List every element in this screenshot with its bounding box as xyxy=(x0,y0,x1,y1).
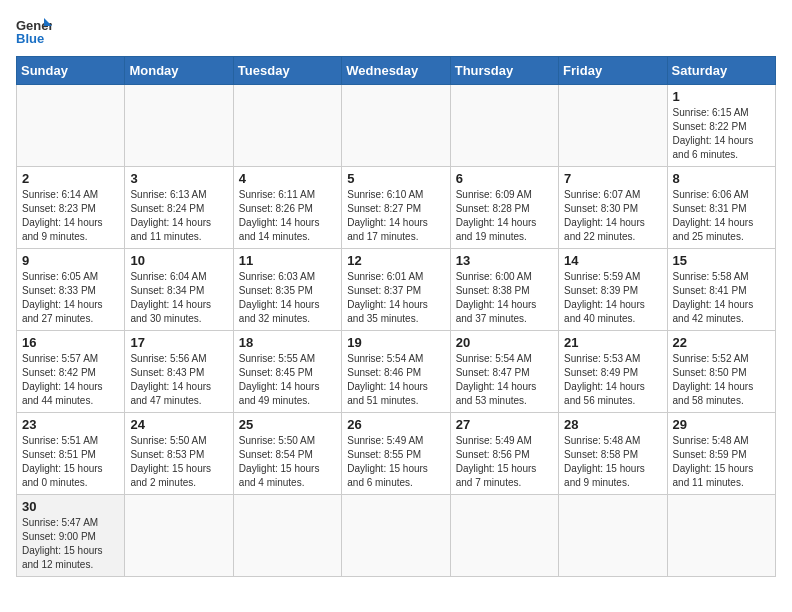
day-info: Sunrise: 5:51 AM Sunset: 8:51 PM Dayligh… xyxy=(22,434,119,490)
day-info: Sunrise: 6:14 AM Sunset: 8:23 PM Dayligh… xyxy=(22,188,119,244)
calendar-week-row: 16Sunrise: 5:57 AM Sunset: 8:42 PM Dayli… xyxy=(17,331,776,413)
calendar-day-cell: 25Sunrise: 5:50 AM Sunset: 8:54 PM Dayli… xyxy=(233,413,341,495)
day-info: Sunrise: 5:50 AM Sunset: 8:54 PM Dayligh… xyxy=(239,434,336,490)
calendar-day-cell: 3Sunrise: 6:13 AM Sunset: 8:24 PM Daylig… xyxy=(125,167,233,249)
calendar-day-cell xyxy=(559,85,667,167)
weekday-header-cell: Saturday xyxy=(667,57,775,85)
day-number: 3 xyxy=(130,171,227,186)
day-info: Sunrise: 5:52 AM Sunset: 8:50 PM Dayligh… xyxy=(673,352,770,408)
day-info: Sunrise: 6:10 AM Sunset: 8:27 PM Dayligh… xyxy=(347,188,444,244)
day-number: 24 xyxy=(130,417,227,432)
day-number: 11 xyxy=(239,253,336,268)
day-info: Sunrise: 5:49 AM Sunset: 8:56 PM Dayligh… xyxy=(456,434,553,490)
day-number: 8 xyxy=(673,171,770,186)
calendar-day-cell: 2Sunrise: 6:14 AM Sunset: 8:23 PM Daylig… xyxy=(17,167,125,249)
day-number: 9 xyxy=(22,253,119,268)
day-number: 13 xyxy=(456,253,553,268)
day-info: Sunrise: 6:05 AM Sunset: 8:33 PM Dayligh… xyxy=(22,270,119,326)
svg-text:Blue: Blue xyxy=(16,31,44,46)
calendar-day-cell: 23Sunrise: 5:51 AM Sunset: 8:51 PM Dayli… xyxy=(17,413,125,495)
day-info: Sunrise: 6:15 AM Sunset: 8:22 PM Dayligh… xyxy=(673,106,770,162)
day-number: 4 xyxy=(239,171,336,186)
day-info: Sunrise: 5:56 AM Sunset: 8:43 PM Dayligh… xyxy=(130,352,227,408)
day-info: Sunrise: 5:50 AM Sunset: 8:53 PM Dayligh… xyxy=(130,434,227,490)
calendar-day-cell: 5Sunrise: 6:10 AM Sunset: 8:27 PM Daylig… xyxy=(342,167,450,249)
calendar-day-cell xyxy=(450,495,558,577)
day-number: 27 xyxy=(456,417,553,432)
calendar-day-cell: 30Sunrise: 5:47 AM Sunset: 9:00 PM Dayli… xyxy=(17,495,125,577)
calendar-day-cell: 9Sunrise: 6:05 AM Sunset: 8:33 PM Daylig… xyxy=(17,249,125,331)
calendar-day-cell xyxy=(125,495,233,577)
day-number: 19 xyxy=(347,335,444,350)
calendar-day-cell: 1Sunrise: 6:15 AM Sunset: 8:22 PM Daylig… xyxy=(667,85,775,167)
day-info: Sunrise: 6:07 AM Sunset: 8:30 PM Dayligh… xyxy=(564,188,661,244)
day-number: 26 xyxy=(347,417,444,432)
day-info: Sunrise: 6:13 AM Sunset: 8:24 PM Dayligh… xyxy=(130,188,227,244)
header: General Blue xyxy=(16,16,776,46)
day-number: 6 xyxy=(456,171,553,186)
calendar-day-cell: 28Sunrise: 5:48 AM Sunset: 8:58 PM Dayli… xyxy=(559,413,667,495)
day-number: 28 xyxy=(564,417,661,432)
day-number: 30 xyxy=(22,499,119,514)
weekday-header-cell: Friday xyxy=(559,57,667,85)
day-number: 22 xyxy=(673,335,770,350)
day-number: 2 xyxy=(22,171,119,186)
calendar-day-cell: 14Sunrise: 5:59 AM Sunset: 8:39 PM Dayli… xyxy=(559,249,667,331)
calendar-day-cell xyxy=(450,85,558,167)
day-info: Sunrise: 5:54 AM Sunset: 8:47 PM Dayligh… xyxy=(456,352,553,408)
calendar-day-cell: 24Sunrise: 5:50 AM Sunset: 8:53 PM Dayli… xyxy=(125,413,233,495)
day-number: 1 xyxy=(673,89,770,104)
day-number: 21 xyxy=(564,335,661,350)
day-number: 15 xyxy=(673,253,770,268)
calendar-day-cell: 18Sunrise: 5:55 AM Sunset: 8:45 PM Dayli… xyxy=(233,331,341,413)
calendar-day-cell xyxy=(342,85,450,167)
day-number: 18 xyxy=(239,335,336,350)
day-number: 25 xyxy=(239,417,336,432)
calendar-day-cell: 7Sunrise: 6:07 AM Sunset: 8:30 PM Daylig… xyxy=(559,167,667,249)
calendar-body: 1Sunrise: 6:15 AM Sunset: 8:22 PM Daylig… xyxy=(17,85,776,577)
logo: General Blue xyxy=(16,16,52,46)
calendar-day-cell: 20Sunrise: 5:54 AM Sunset: 8:47 PM Dayli… xyxy=(450,331,558,413)
calendar-week-row: 9Sunrise: 6:05 AM Sunset: 8:33 PM Daylig… xyxy=(17,249,776,331)
day-info: Sunrise: 5:48 AM Sunset: 8:59 PM Dayligh… xyxy=(673,434,770,490)
calendar-day-cell xyxy=(233,495,341,577)
day-info: Sunrise: 6:01 AM Sunset: 8:37 PM Dayligh… xyxy=(347,270,444,326)
day-info: Sunrise: 6:00 AM Sunset: 8:38 PM Dayligh… xyxy=(456,270,553,326)
day-number: 23 xyxy=(22,417,119,432)
day-number: 10 xyxy=(130,253,227,268)
calendar-day-cell: 12Sunrise: 6:01 AM Sunset: 8:37 PM Dayli… xyxy=(342,249,450,331)
calendar-day-cell: 19Sunrise: 5:54 AM Sunset: 8:46 PM Dayli… xyxy=(342,331,450,413)
day-info: Sunrise: 5:59 AM Sunset: 8:39 PM Dayligh… xyxy=(564,270,661,326)
day-info: Sunrise: 5:58 AM Sunset: 8:41 PM Dayligh… xyxy=(673,270,770,326)
weekday-header-cell: Monday xyxy=(125,57,233,85)
calendar-week-row: 30Sunrise: 5:47 AM Sunset: 9:00 PM Dayli… xyxy=(17,495,776,577)
day-info: Sunrise: 6:06 AM Sunset: 8:31 PM Dayligh… xyxy=(673,188,770,244)
calendar-day-cell: 10Sunrise: 6:04 AM Sunset: 8:34 PM Dayli… xyxy=(125,249,233,331)
calendar-day-cell: 29Sunrise: 5:48 AM Sunset: 8:59 PM Dayli… xyxy=(667,413,775,495)
calendar-week-row: 2Sunrise: 6:14 AM Sunset: 8:23 PM Daylig… xyxy=(17,167,776,249)
calendar-day-cell xyxy=(342,495,450,577)
day-number: 7 xyxy=(564,171,661,186)
calendar-week-row: 23Sunrise: 5:51 AM Sunset: 8:51 PM Dayli… xyxy=(17,413,776,495)
day-number: 16 xyxy=(22,335,119,350)
day-info: Sunrise: 5:47 AM Sunset: 9:00 PM Dayligh… xyxy=(22,516,119,572)
calendar-day-cell: 26Sunrise: 5:49 AM Sunset: 8:55 PM Dayli… xyxy=(342,413,450,495)
day-number: 14 xyxy=(564,253,661,268)
calendar: SundayMondayTuesdayWednesdayThursdayFrid… xyxy=(16,56,776,577)
day-info: Sunrise: 6:09 AM Sunset: 8:28 PM Dayligh… xyxy=(456,188,553,244)
calendar-day-cell: 22Sunrise: 5:52 AM Sunset: 8:50 PM Dayli… xyxy=(667,331,775,413)
day-number: 17 xyxy=(130,335,227,350)
day-info: Sunrise: 5:48 AM Sunset: 8:58 PM Dayligh… xyxy=(564,434,661,490)
weekday-header-cell: Sunday xyxy=(17,57,125,85)
day-info: Sunrise: 5:57 AM Sunset: 8:42 PM Dayligh… xyxy=(22,352,119,408)
calendar-day-cell: 16Sunrise: 5:57 AM Sunset: 8:42 PM Dayli… xyxy=(17,331,125,413)
calendar-day-cell xyxy=(125,85,233,167)
day-info: Sunrise: 5:54 AM Sunset: 8:46 PM Dayligh… xyxy=(347,352,444,408)
weekday-header-cell: Wednesday xyxy=(342,57,450,85)
calendar-day-cell: 17Sunrise: 5:56 AM Sunset: 8:43 PM Dayli… xyxy=(125,331,233,413)
calendar-day-cell xyxy=(17,85,125,167)
weekday-header-cell: Thursday xyxy=(450,57,558,85)
day-info: Sunrise: 6:11 AM Sunset: 8:26 PM Dayligh… xyxy=(239,188,336,244)
day-info: Sunrise: 5:53 AM Sunset: 8:49 PM Dayligh… xyxy=(564,352,661,408)
calendar-day-cell xyxy=(559,495,667,577)
